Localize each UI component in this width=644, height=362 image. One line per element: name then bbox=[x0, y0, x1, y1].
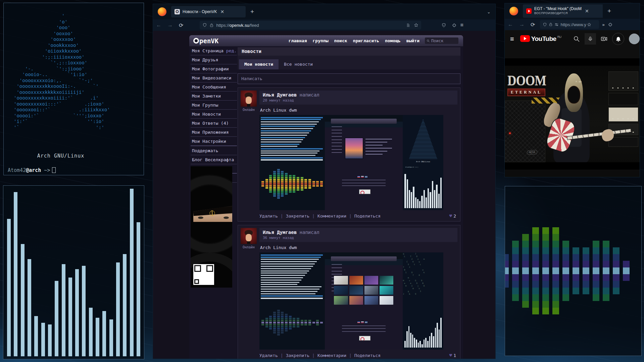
sidebar-item[interactable]: Мои Видеозаписи bbox=[191, 73, 237, 82]
profile-sidebar-image[interactable] bbox=[191, 166, 232, 288]
post-author-link[interactable]: Илья Думгаев bbox=[263, 92, 297, 98]
sidebar-item[interactable]: Мои Сообщения bbox=[191, 82, 237, 92]
post-action-link[interactable]: Закрепить bbox=[286, 353, 309, 358]
like-button[interactable]: ♥1 bbox=[449, 353, 456, 358]
post-verb: написал bbox=[297, 92, 319, 98]
openvk-nav-link[interactable]: группы bbox=[313, 38, 329, 43]
post-timestamp[interactable]: 20 минут назад bbox=[263, 98, 454, 103]
protections-shield-icon[interactable] bbox=[441, 23, 446, 28]
post-action-link[interactable]: Поделиться bbox=[354, 214, 381, 219]
url-bar[interactable]: https://www.y bbox=[540, 20, 599, 29]
create-video-icon[interactable] bbox=[601, 36, 607, 42]
extension-puzzle-icon[interactable] bbox=[452, 23, 457, 28]
arch-ascii-logo: ' 'o' 'ooo' 'ooxoo' 'ooxxxoo' 'oookkxxoo… bbox=[14, 13, 110, 130]
extension-puzzle-icon[interactable] bbox=[608, 22, 613, 27]
post-action-link[interactable]: Комментарии bbox=[317, 353, 346, 358]
visualizer-bar bbox=[137, 222, 140, 356]
openvk-sidebar: Моя Страница ред.Мои ДрузьяМои Фотографи… bbox=[191, 46, 237, 183]
sidebar-item[interactable]: Поддержать bbox=[191, 146, 237, 155]
sidebar-item[interactable]: Мои Приложения bbox=[191, 128, 237, 137]
lock-icon bbox=[209, 23, 214, 27]
openvk-nav-link[interactable]: поиск bbox=[334, 38, 347, 43]
firefox-icon[interactable] bbox=[509, 7, 518, 15]
openvk-logo-icon bbox=[193, 38, 199, 44]
url-bar[interactable]: https://openvk.su/feed bbox=[200, 21, 421, 29]
user-avatar[interactable] bbox=[241, 90, 257, 107]
video-player[interactable]: MESA DOOM ETERNAL F-90 bbox=[505, 58, 640, 170]
post-timestamp[interactable]: 36 минут назад bbox=[263, 236, 454, 240]
menu-hamburger-icon[interactable]: ≡ bbox=[460, 22, 463, 28]
post-action-link[interactable]: Удалить bbox=[259, 214, 278, 219]
reload-button[interactable]: ⟳ bbox=[179, 22, 183, 28]
post-action-link[interactable]: Комментарии bbox=[317, 214, 346, 219]
tracking-shield-icon[interactable] bbox=[543, 22, 547, 27]
sidebar-item[interactable]: Мои Ответы (4) bbox=[191, 119, 237, 128]
permissions-sliders-icon[interactable] bbox=[554, 22, 559, 27]
openvk-favicon: O bbox=[175, 9, 180, 14]
firefox-window-youtube[interactable]: EGT - "Meat Hook" (DooM ВОСПРОИЗВОДИТСЯ … bbox=[505, 3, 640, 177]
firefox-window-openvk[interactable]: O Новости - OpenVK ✕ + ⌄ ← → ⟳ https://o… bbox=[153, 4, 495, 359]
sidebar-item[interactable]: Блог Веселкрафта bbox=[191, 155, 237, 164]
terminal-window[interactable]: ' 'o' 'ooo' 'ooxoo' 'ooxxxoo' 'oookkxxoo… bbox=[3, 3, 144, 175]
sidebar-item[interactable]: Мои Настройки bbox=[191, 137, 237, 146]
post-author-link[interactable]: Илья Думгаев bbox=[263, 230, 297, 235]
back-button[interactable]: ← bbox=[156, 22, 161, 28]
url-text: https://www.y bbox=[560, 22, 586, 27]
post-action-link[interactable]: Поделиться bbox=[354, 353, 381, 358]
new-tab-button[interactable]: + bbox=[607, 7, 611, 15]
tab-all-news[interactable]: Все новости bbox=[279, 59, 318, 69]
compose-post-input[interactable]: Написать bbox=[238, 73, 460, 84]
sidebar-item[interactable]: Мои Группы bbox=[191, 101, 237, 110]
sidebar-item[interactable]: Мои Фотографии bbox=[191, 64, 237, 73]
bookmark-star-icon[interactable] bbox=[587, 22, 591, 27]
sidebar-item[interactable]: Мои Друзья bbox=[191, 55, 237, 64]
youtube-page: ≡ YouTube RU MESA bbox=[505, 30, 640, 177]
sidebar-item-edit-link[interactable]: ред. bbox=[224, 48, 237, 53]
post-text: Arch Linux dwm bbox=[260, 108, 457, 113]
browser-tab-openvk[interactable]: O Новости - OpenVK ✕ bbox=[171, 6, 246, 17]
like-button[interactable]: ♥2 bbox=[449, 213, 456, 219]
openvk-nav-link[interactable]: главная bbox=[289, 38, 307, 43]
visualizer-bar bbox=[109, 319, 113, 356]
shell-prompt[interactable]: Atom42@arch ~> bbox=[8, 167, 56, 173]
visualizer-column bbox=[522, 186, 529, 356]
post-action-link[interactable]: Закрепить bbox=[286, 214, 309, 219]
user-avatar[interactable] bbox=[241, 228, 257, 244]
tab-my-news[interactable]: Мои новости bbox=[239, 59, 279, 69]
sidebar-item[interactable]: Мои Новости bbox=[191, 110, 237, 119]
account-avatar[interactable] bbox=[629, 34, 640, 44]
tab-close-icon[interactable]: ✕ bbox=[220, 9, 224, 14]
search-icon[interactable] bbox=[573, 36, 580, 42]
sidebar-item[interactable]: Моя Страница ред. bbox=[191, 46, 237, 55]
new-tab-button[interactable]: + bbox=[250, 8, 254, 15]
firefox-icon[interactable] bbox=[158, 7, 166, 16]
menu-hamburger-icon[interactable]: ≡ bbox=[510, 35, 514, 43]
openvk-nav-link[interactable]: пригласить bbox=[353, 38, 379, 43]
amp-power-led bbox=[509, 132, 511, 134]
tab-list-chevron-icon[interactable]: ⌄ bbox=[487, 9, 491, 14]
openvk-nav-link[interactable]: помощь bbox=[385, 38, 401, 43]
tab-bar: EGT - "Meat Hook" (DooM ВОСПРОИЗВОДИТСЯ … bbox=[505, 3, 640, 19]
post-image-screenshot[interactable]: q J L T O Z z m C K w 5 t c 7 J B w 1 O … bbox=[259, 252, 443, 350]
youtube-logo[interactable]: YouTube RU bbox=[520, 35, 561, 43]
sidebar-item[interactable]: Мои Заметки bbox=[191, 92, 237, 101]
forward-button[interactable]: → bbox=[519, 21, 525, 27]
post-action-link[interactable]: Удалить bbox=[259, 353, 278, 358]
openvk-nav-link[interactable]: выйти bbox=[406, 38, 419, 43]
reader-view-icon[interactable] bbox=[406, 23, 410, 27]
tracking-shield-icon[interactable] bbox=[202, 23, 207, 27]
voice-search-mic-icon[interactable] bbox=[585, 33, 596, 45]
post-image-screenshot[interactable]: Arch GNU/LinuxAtom42@arch ~> ▯ bbox=[259, 115, 443, 210]
openvk-search-field[interactable]: Поиск bbox=[425, 38, 458, 44]
notifications-bell-icon[interactable] bbox=[612, 33, 624, 45]
browser-tab-youtube[interactable]: EGT - "Meat Hook" (DooM ВОСПРОИЗВОДИТСЯ … bbox=[523, 4, 603, 18]
forward-button[interactable]: → bbox=[167, 22, 173, 28]
overflow-chevrons-icon[interactable]: » bbox=[602, 22, 604, 27]
prompt-user: Atom42 bbox=[8, 167, 26, 173]
bookmark-star-icon[interactable] bbox=[414, 23, 418, 27]
tab-close-icon[interactable]: ✕ bbox=[585, 8, 589, 14]
online-status: Онлайн bbox=[241, 245, 257, 249]
back-button[interactable]: ← bbox=[508, 21, 513, 27]
openvk-logo[interactable]: penVK bbox=[193, 37, 218, 45]
reload-button[interactable]: ⟳ bbox=[531, 21, 535, 28]
